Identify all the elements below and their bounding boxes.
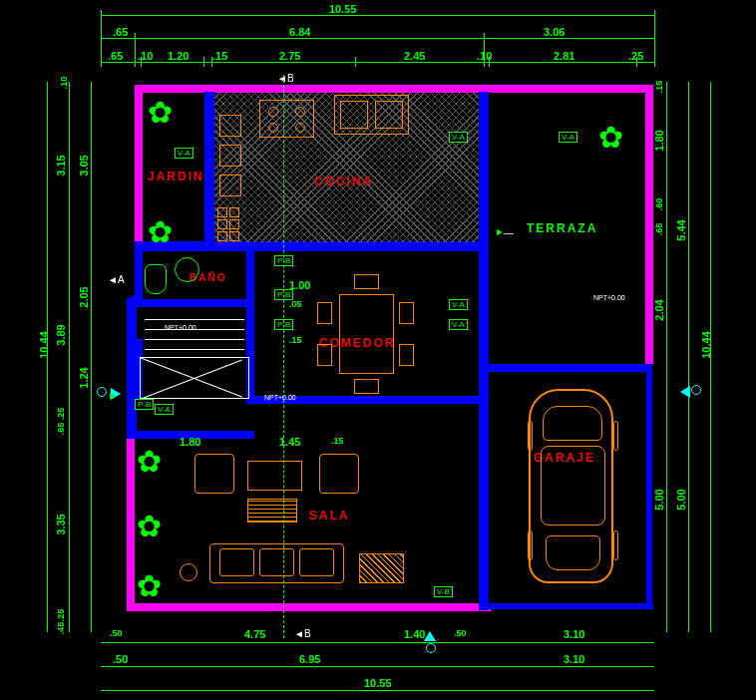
wall-exterior [645,85,653,364]
dim: 5.00 [675,489,687,510]
furniture [217,219,227,229]
dim: 6.84 [289,26,310,38]
tag-va: V-A [449,319,468,330]
dim: 5.00 [653,489,665,510]
dim: 1.20 [168,50,189,62]
arrow-icon [110,393,116,399]
npt-label: NPT+0.00 [593,294,625,301]
chair [354,274,379,289]
dim: .15 [331,436,344,446]
dim: .65 [113,26,128,38]
wall-int [135,299,254,307]
armchair [319,454,359,494]
dim: 6.95 [299,653,320,665]
dim: 3.06 [544,26,565,38]
dim: .65 [56,423,66,436]
label-sala: SALA [309,509,350,523]
tick [141,57,142,67]
furniture [229,231,239,241]
coffee-table [247,461,302,491]
dim: .10 [59,77,69,90]
dim-line [101,15,654,16]
tag-pb: P-B [135,399,154,410]
section-marker [97,387,107,397]
section-marker [680,386,690,398]
tick [484,33,485,67]
dim: .50 [113,653,128,665]
rug [359,553,404,583]
tag-va: V-A [175,148,193,159]
dim-line [101,38,654,39]
dim: 5.44 [675,219,687,240]
furniture [219,145,241,167]
furniture [229,207,239,217]
tag-va: V-A [559,132,577,143]
npt-label: NPT+0.00 [165,324,196,331]
dim-line [688,82,689,632]
section-marker [426,643,436,653]
dim: 2.05 [78,286,90,307]
dim: 3.10 [564,628,584,640]
sink-basin [175,257,199,282]
dim: .60 [654,198,664,211]
sofa [209,543,344,583]
dim-line [101,690,654,691]
furniture [217,207,227,217]
section-marker [691,385,701,395]
dim: .05 [289,299,302,309]
npt-label: NPT+0.00 [264,394,296,401]
wall-angle [127,293,137,399]
dim: 2.45 [404,50,425,62]
tag-va: V-A [155,404,174,415]
tag-va: V-A [449,132,468,143]
dim: .15 [289,335,302,345]
dim: 3.10 [564,653,584,665]
dim-line [666,82,667,632]
chair [354,379,379,394]
label-terraza: TERRAZA [527,221,597,235]
wall-int [479,92,489,251]
dim-line [101,666,654,667]
dining-table [339,294,394,374]
dim: .15 [654,81,664,94]
tick [135,33,136,67]
dim: 2.75 [279,50,300,62]
wall-int [489,364,648,372]
furniture [219,175,241,196]
tick [636,57,637,67]
label-jardin: JARDIN [148,170,204,183]
plant-icon: ✿ [148,214,173,249]
dim: .65 [654,223,664,236]
dim-line [91,82,92,632]
plant-icon: ✿ [148,95,173,130]
circle-decor [180,563,197,581]
wall-exterior [135,85,143,249]
label-cocina: COCINA [314,175,373,188]
arrow-dash: — [504,227,514,238]
chair [317,344,332,366]
section-marker [424,631,436,641]
tick [203,57,204,67]
wall-int [204,241,489,251]
dim: .50 [110,628,123,638]
dim: .45 [56,622,66,635]
wall-exterior [127,603,491,611]
wall-exterior [489,85,653,93]
stove [259,100,314,138]
dim: 1.80 [653,130,665,151]
dim: 2.04 [653,299,665,320]
wall-garage [646,364,652,609]
wall-int [479,431,489,610]
staircase [140,309,249,399]
dim-line [101,642,654,643]
sink [334,95,409,135]
dim: 2.81 [554,50,574,62]
tick [101,10,102,67]
dim: 1.24 [78,367,90,388]
armchair [194,454,234,494]
section-b: ◄B [294,628,311,639]
plant-icon: ✿ [137,444,162,479]
dim: 3.89 [55,324,67,345]
dim: 3.15 [55,155,67,175]
dim-top-total: 10.55 [329,3,357,15]
